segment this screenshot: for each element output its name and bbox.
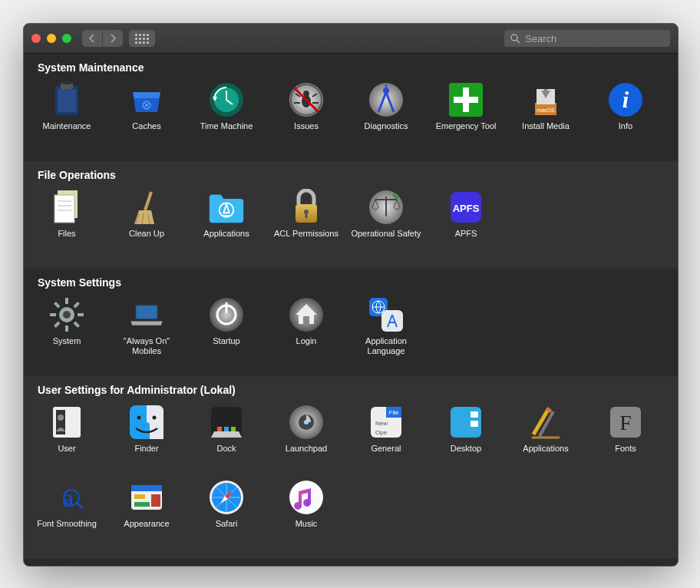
section-system-settings: System Settings System "Always On" Mobil… <box>24 269 678 376</box>
bin-icon <box>128 81 165 118</box>
svg-text:i: i <box>622 87 629 112</box>
zoom-button[interactable] <box>62 34 71 43</box>
item-applications-user[interactable]: Applications <box>506 401 586 476</box>
time-machine-icon <box>208 81 245 118</box>
item-issues[interactable]: Issues <box>266 78 346 154</box>
item-launchpad[interactable]: Launchpad <box>266 401 346 476</box>
chevron-right-icon <box>109 34 117 43</box>
row: Maintenance Caches Time Machine <box>24 78 678 154</box>
item-diagnostics[interactable]: Diagnostics <box>346 78 426 154</box>
broom-icon <box>128 189 165 226</box>
back-button[interactable] <box>82 30 103 47</box>
svg-line-39 <box>145 192 151 210</box>
item-files[interactable]: Files <box>27 186 107 261</box>
section-title: System Maintenance <box>24 58 678 78</box>
item-user[interactable]: User <box>27 401 107 476</box>
label: Maintenance <box>43 121 91 131</box>
dock-icon <box>208 404 245 441</box>
files-icon <box>48 189 85 226</box>
label: Time Machine <box>200 121 253 131</box>
house-icon <box>288 296 325 333</box>
preferences-window: Search System Maintenance Maintenance Ca… <box>23 23 679 567</box>
minimize-button[interactable] <box>47 34 56 43</box>
item-time-machine[interactable]: Time Machine <box>187 78 266 154</box>
item-maintenance[interactable]: Maintenance <box>27 78 107 154</box>
item-desktop[interactable]: Desktop <box>426 401 506 476</box>
item-fonts[interactable]: F Fonts <box>586 401 665 476</box>
item-system[interactable]: System <box>27 293 107 368</box>
label: Finder <box>134 444 158 454</box>
svg-line-1 <box>517 40 520 43</box>
label: Appearance <box>124 519 169 529</box>
label: Emergency Tool <box>436 121 497 131</box>
item-info[interactable]: i Info <box>586 78 665 154</box>
close-button[interactable] <box>31 34 41 43</box>
svg-point-79 <box>58 415 64 421</box>
item-install-media[interactable]: macOS Install Media <box>506 78 586 154</box>
forward-button[interactable] <box>103 30 123 47</box>
row: User Finder Dock <box>24 401 678 551</box>
svg-rect-67 <box>136 306 157 319</box>
section-title: System Settings <box>24 273 678 293</box>
label: Launchpad <box>286 444 327 454</box>
search-input[interactable]: Search <box>504 30 670 47</box>
label: Font Smoothing <box>37 519 97 529</box>
section-system-maintenance: System Maintenance Maintenance Caches <box>24 54 678 161</box>
label: Startup <box>213 336 239 346</box>
svg-rect-107 <box>131 485 162 491</box>
item-appearance[interactable]: Appearance <box>107 476 187 551</box>
svg-point-0 <box>511 35 517 41</box>
item-general[interactable]: FileNewOpe General <box>346 401 426 476</box>
svg-rect-58 <box>65 325 68 332</box>
bug-icon <box>288 81 325 118</box>
svg-rect-97 <box>471 421 478 427</box>
info-icon: i <box>607 81 644 118</box>
desktop-icon <box>447 404 484 441</box>
svg-line-105 <box>77 503 82 508</box>
svg-text:APFS: APFS <box>453 203 480 214</box>
launchpad-icon <box>288 404 325 441</box>
svg-point-89 <box>304 420 309 424</box>
lock-icon <box>288 189 325 226</box>
item-dock[interactable]: Dock <box>187 401 266 476</box>
item-acl-permissions[interactable]: ACL Permissions <box>266 186 346 261</box>
svg-rect-31 <box>544 89 547 95</box>
item-finder[interactable]: Finder <box>107 401 187 476</box>
item-emergency-tool[interactable]: Emergency Tool <box>426 78 506 154</box>
label: Application Language <box>348 336 424 356</box>
show-all-button[interactable] <box>129 30 155 47</box>
search-placeholder: Search <box>525 33 556 45</box>
section-file-operations: File Operations Files Clean Up <box>24 161 678 269</box>
label: Files <box>58 229 75 239</box>
item-music[interactable]: Music <box>266 476 346 551</box>
item-clean-up[interactable]: Clean Up <box>107 186 187 261</box>
item-caches[interactable]: Caches <box>107 78 187 154</box>
item-apfs[interactable]: APFS APFS <box>426 186 506 261</box>
item-operational-safety[interactable]: Operational Safety <box>346 186 426 261</box>
svg-point-13 <box>303 91 309 97</box>
item-applications[interactable]: Applications <box>187 186 266 261</box>
row: Files Clean Up Applications <box>24 186 678 261</box>
app-language-icon <box>368 296 404 333</box>
svg-rect-76 <box>381 310 403 332</box>
font-smoothing-icon: a <box>48 479 85 516</box>
search-icon <box>510 34 520 44</box>
apfs-icon: APFS <box>447 189 484 226</box>
label: Safari <box>216 519 238 529</box>
item-font-smoothing[interactable]: a Font Smoothing <box>27 476 107 551</box>
emergency-icon <box>447 81 484 118</box>
svg-rect-108 <box>134 494 145 499</box>
traffic-lights <box>31 34 71 43</box>
item-always-on-mobiles[interactable]: "Always On" Mobiles <box>107 293 187 368</box>
svg-text:macOS: macOS <box>537 107 555 113</box>
label: Info <box>619 121 632 131</box>
section-user-settings: User Settings for Administrator (Lokal) … <box>24 376 678 559</box>
item-startup[interactable]: Startup <box>187 293 266 368</box>
item-safari[interactable]: Safari <box>187 476 266 551</box>
label: APFS <box>455 229 477 239</box>
label: Diagnostics <box>365 121 408 131</box>
label: Clean Up <box>129 229 164 239</box>
item-login[interactable]: Login <box>266 293 346 368</box>
item-application-language[interactable]: Application Language <box>346 293 426 368</box>
label: General <box>371 444 401 454</box>
